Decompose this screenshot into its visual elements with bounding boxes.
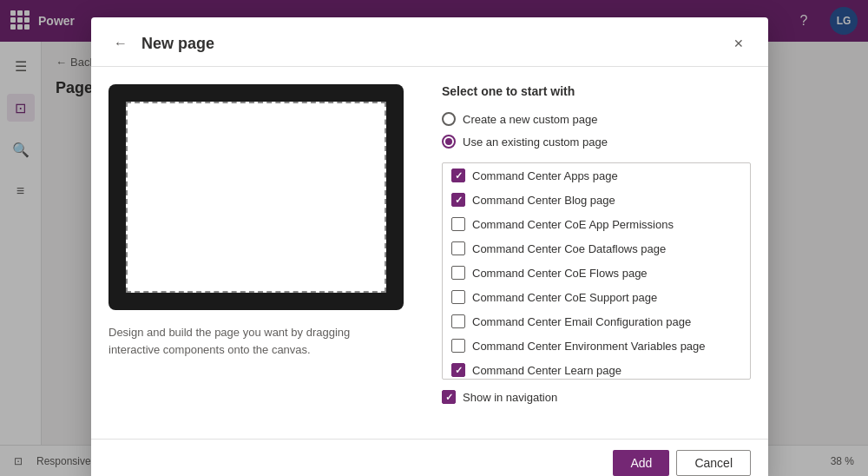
radio-create-new-label: Create a new custom page (463, 113, 597, 126)
show-in-navigation-label: Show in navigation (463, 391, 557, 404)
checkbox-label-4: Command Center CoE Flows page (472, 267, 648, 280)
cancel-button[interactable]: Cancel (676, 450, 751, 476)
checkbox-item-8[interactable]: Command Center Learn page (443, 358, 750, 380)
modal-footer: Add Cancel (91, 439, 768, 476)
checkbox-item-1[interactable]: Command Center Blog page (443, 188, 750, 212)
checkbox-item-2[interactable]: Command Center CoE App Permissions (443, 212, 750, 236)
checkbox-list-container: Command Center Apps page Command Center … (442, 162, 751, 380)
radio-create-new[interactable]: Create a new custom page (442, 112, 751, 126)
canvas-frame (108, 84, 404, 310)
modal-header: ← New page ✕ (91, 17, 768, 67)
radio-use-existing-input[interactable] (442, 135, 456, 149)
modal-body: Design and build the page you want by dr… (91, 67, 768, 439)
show-in-navigation-row[interactable]: Show in navigation (442, 390, 751, 404)
radio-create-new-input[interactable] (442, 112, 456, 126)
checkbox-label-5: Command Center CoE Support page (472, 291, 657, 304)
canvas-inner (126, 102, 386, 293)
checkbox-label-7: Command Center Environment Variables pag… (472, 340, 706, 353)
select-label: Select one to start with (442, 84, 751, 98)
modal-back-button[interactable]: ← (108, 31, 133, 56)
checkbox-label-2: Command Center CoE App Permissions (472, 218, 674, 231)
checkbox-item-5[interactable]: Command Center CoE Support page (443, 285, 750, 309)
canvas-preview-panel: Design and build the page you want by dr… (108, 84, 421, 421)
new-page-modal: ← New page ✕ Design and build the page y… (91, 17, 768, 476)
modal-title: New page (141, 35, 718, 53)
checkbox-3[interactable] (451, 241, 465, 255)
checkbox-0[interactable] (451, 169, 465, 182)
checkbox-2[interactable] (451, 217, 465, 231)
checkbox-label-6: Command Center Email Configuration page (472, 315, 691, 328)
checkbox-item-7[interactable]: Command Center Environment Variables pag… (443, 334, 750, 358)
checkbox-label-3: Command Center Coe Dataflows page (472, 242, 666, 255)
add-button[interactable]: Add (613, 450, 669, 476)
radio-use-existing[interactable]: Use an existing custom page (442, 135, 751, 149)
right-panel: Select one to start with Create a new cu… (442, 84, 751, 421)
radio-use-existing-label: Use an existing custom page (463, 136, 608, 149)
show-in-navigation-checkbox[interactable] (442, 390, 456, 404)
modal-close-button[interactable]: ✕ (727, 31, 751, 56)
checkbox-7[interactable] (451, 339, 465, 353)
checkbox-item-3[interactable]: Command Center Coe Dataflows page (443, 236, 750, 261)
checkbox-item-0[interactable]: Command Center Apps page (443, 163, 750, 188)
radio-group: Create a new custom page Use an existing… (442, 112, 751, 149)
checkbox-4[interactable] (451, 266, 465, 280)
checkbox-8[interactable] (451, 363, 465, 377)
checkbox-item-6[interactable]: Command Center Email Configuration page (443, 309, 750, 334)
checkbox-label-1: Command Center Blog page (472, 194, 615, 207)
canvas-description: Design and build the page you want by dr… (108, 324, 404, 358)
checkbox-5[interactable] (451, 290, 465, 304)
checkbox-item-4[interactable]: Command Center CoE Flows page (443, 261, 750, 285)
checkbox-6[interactable] (451, 314, 465, 328)
checkbox-label-0: Command Center Apps page (472, 169, 618, 182)
checkbox-1[interactable] (451, 193, 465, 207)
checkbox-label-8: Command Center Learn page (472, 364, 621, 377)
